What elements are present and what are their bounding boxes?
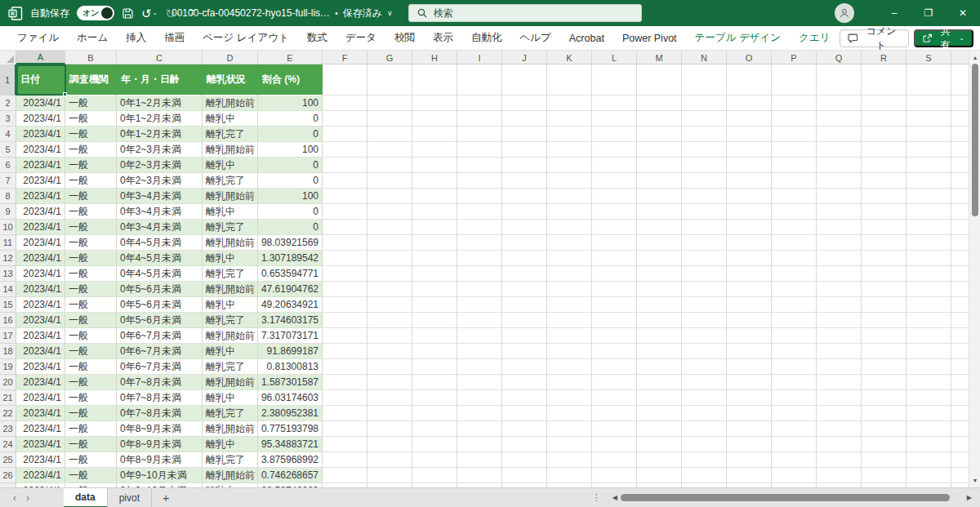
cell-status[interactable]: 離乳中 [203,204,258,220]
cell-pct[interactable]: 1.587301587 [258,375,323,390]
cell-status[interactable]: 離乳開始前 [203,468,258,483]
cell-date[interactable]: 2023/4/1 [16,189,65,204]
cell-org[interactable]: 一般 [65,328,117,344]
row-header-11[interactable]: 11 [0,235,16,251]
row-header-18[interactable]: 18 [0,344,16,359]
cell-pct[interactable]: 3.875968992 [258,452,323,468]
cell-org[interactable]: 一般 [65,344,117,359]
scroll-down-icon[interactable]: ▼ [969,474,980,487]
empty-cells[interactable] [323,111,969,127]
ribbon-tab-表示[interactable]: 表示 [424,26,462,51]
cell-date[interactable]: 2023/4/1 [16,359,65,375]
cell-pct[interactable]: 100 [258,142,323,158]
cell-age[interactable]: 0年5~6月未満 [117,297,203,313]
row-header-2[interactable]: 2 [0,96,16,111]
row-header-8[interactable]: 8 [0,189,16,204]
cell-age[interactable]: 0年7~8月未満 [117,375,203,390]
row-header-15[interactable]: 15 [0,297,16,313]
cell-org[interactable]: 一般 [65,127,117,142]
ribbon-tab-描画[interactable]: 描画 [155,26,194,51]
cell-date[interactable]: 2023/4/1 [16,251,65,266]
cell-date[interactable]: 2023/4/1 [16,390,65,406]
row-header-25[interactable]: 25 [0,452,16,468]
close-button[interactable]: ✕ [946,0,980,26]
cell-org[interactable]: 一般 [65,313,117,328]
sheet-next-icon[interactable]: › [26,492,29,504]
row-header-21[interactable]: 21 [0,390,16,406]
ribbon-tab-ファイル[interactable]: ファイル [8,26,68,51]
cell-date[interactable]: 2023/4/1 [16,96,65,111]
column-header-Q[interactable]: Q [817,51,862,64]
row-header-17[interactable]: 17 [0,328,16,344]
row-header-7[interactable]: 7 [0,173,16,189]
maximize-button[interactable]: ❐ [911,0,946,26]
row-header-1[interactable]: 1 [0,64,16,96]
row-header-24[interactable]: 24 [0,437,16,452]
row-header-9[interactable]: 9 [0,204,16,220]
cell-status[interactable]: 離乳完了 [203,266,258,282]
cell-status[interactable]: 離乳中 [203,344,258,359]
row-header-26[interactable]: 26 [0,468,16,483]
cell-status[interactable]: 離乳中 [203,390,258,406]
title-caret-icon[interactable]: ∨ [387,9,393,17]
empty-cells[interactable] [323,468,969,483]
document-filename[interactable]: 00100-cfa-00450272-hyo15-full-lis… [172,7,330,19]
cell-status[interactable]: 離乳開始前 [203,142,258,158]
row-header-16[interactable]: 16 [0,313,16,328]
scroll-right-icon[interactable]: ▶ [964,494,975,501]
cell-date[interactable]: 2023/4/1 [16,204,65,220]
cell-org[interactable]: 一般 [65,173,117,189]
cell-pct[interactable]: 49.20634921 [258,297,323,313]
save-icon[interactable] [122,7,134,20]
row-header-5[interactable]: 5 [0,142,16,158]
cell-date[interactable]: 2023/4/1 [16,297,65,313]
empty-cells[interactable] [323,220,969,235]
cell-pct[interactable]: 0.775193798 [258,421,323,437]
cell-pct[interactable]: 3.174603175 [258,313,323,328]
empty-cells[interactable] [323,127,969,142]
cell-org[interactable]: 一般 [65,421,117,437]
cell-age[interactable]: 0年1~2月未満 [117,127,203,142]
cell-date[interactable]: 2023/4/1 [16,220,65,235]
cell-date[interactable]: 2023/4/1 [16,235,65,251]
account-avatar[interactable] [835,3,854,23]
cell-date[interactable]: 2023/4/1 [16,375,65,390]
sheet-prev-icon[interactable]: ‹ [13,492,16,504]
horizontal-scrollbar[interactable] [621,494,964,502]
empty-cells[interactable] [323,390,969,406]
cell-pct[interactable]: 2.380952381 [258,406,323,421]
cell-date[interactable]: 2023/4/1 [16,127,65,142]
cell-org[interactable]: 一般 [65,282,117,297]
empty-cells[interactable] [323,251,969,266]
column-header-I[interactable]: I [457,51,502,64]
cell-status[interactable]: 離乳中 [203,111,258,127]
cell-pct[interactable]: 0 [258,111,323,127]
scroll-left-icon[interactable]: ◀ [609,494,621,501]
cell-age[interactable]: 0年8~9月未満 [117,437,203,452]
cell-status[interactable]: 離乳開始前 [203,375,258,390]
cell-date[interactable]: 2023/4/1 [16,313,65,328]
row-header-4[interactable]: 4 [0,127,16,142]
cell-date[interactable]: 2023/4/1 [16,452,65,468]
cell-org[interactable]: 一般 [65,390,117,406]
cell-age[interactable]: 0年4~5月未満 [117,266,203,282]
empty-cells[interactable] [323,189,969,204]
cell-age[interactable]: 0年1~2月未満 [117,111,203,127]
row-header-14[interactable]: 14 [0,282,16,297]
empty-cells[interactable] [323,158,969,173]
column-header-J[interactable]: J [502,51,547,64]
empty-cells[interactable] [323,344,969,359]
cell-status[interactable]: 離乳完了 [203,452,258,468]
sheet-tab-pivot[interactable]: pivot [108,488,152,507]
cell-pct[interactable]: 98.03921569 [258,235,323,251]
cell-date[interactable]: 2023/4/1 [16,282,65,297]
cell-pct[interactable]: 0 [258,127,323,142]
comments-button[interactable]: コメント [840,29,909,47]
row-header-20[interactable]: 20 [0,375,16,390]
sheet-tab-data[interactable]: data [64,488,108,507]
cell-pct[interactable]: 100 [258,96,323,111]
scroll-up-icon[interactable]: ▲ [969,51,980,64]
cell-age[interactable]: 0年2~3月未満 [117,173,203,189]
empty-cells[interactable] [323,266,969,282]
column-header-M[interactable]: M [637,51,682,64]
